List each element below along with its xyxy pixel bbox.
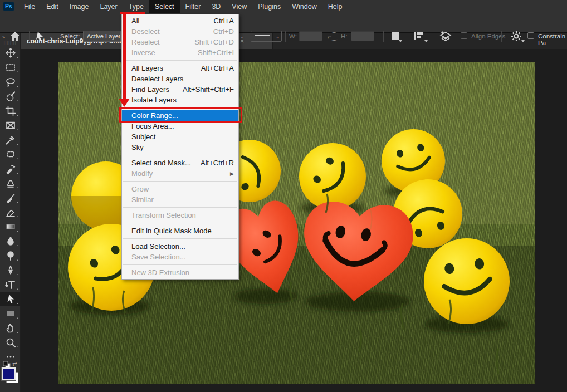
menu-item-grow: Grow [122,184,238,194]
menu-plugins[interactable]: Plugins [252,0,286,13]
menu-view[interactable]: View [226,0,252,13]
height-input[interactable] [351,31,374,41]
menu-layer[interactable]: Layer [94,0,123,13]
select-menu-dropdown: AllCtrl+ADeselectCtrl+DReselectShift+Ctr… [121,14,239,280]
annotation-arrow-head [119,99,130,107]
menu-item-deselect-layers[interactable]: Deselect Layers [122,74,238,84]
menu-item-select-and-mask[interactable]: Select and Mask...Alt+Ctrl+R [122,158,238,168]
menu-edit[interactable]: Edit [41,0,64,13]
annotation-arrow-line [123,14,126,99]
menu-separator [123,223,237,223]
menu-item-save-selection: Save Selection... [122,252,238,262]
menu-item-edit-in-quick-mask-mode[interactable]: Edit in Quick Mask Mode [122,226,238,236]
photoshop-logo: Ps [3,2,14,11]
eyedropper-tool-icon[interactable] [0,133,21,147]
menu-file[interactable]: File [18,0,41,13]
menu-item-reselect: ReselectShift+Ctrl+D [122,37,238,47]
chevron-down-icon[interactable]: ⌄ [49,34,53,39]
menu-bar: Ps FileEditImageLayerTypeSelectFilter3DV… [0,0,567,13]
menu-item-modify: Modify▶ [122,168,238,179]
foreground-color-swatch[interactable] [2,367,16,380]
menu-filter[interactable]: Filter [180,0,207,13]
annotation-underline [120,12,145,14]
menu-separator [123,155,237,155]
menu-help[interactable]: Help [322,0,348,13]
menu-item-all[interactable]: AllCtrl+A [122,16,238,26]
width-label: W: [289,33,297,40]
mixer-brush-tool-icon[interactable] [0,161,21,176]
move-tool-icon[interactable] [35,31,46,44]
link-dimensions-icon[interactable]: ⌐⁐ [328,33,337,41]
menu-window[interactable]: Window [286,0,322,13]
pen-tool-icon[interactable] [0,263,21,277]
menu-item-deselect: DeselectCtrl+D [122,26,238,37]
menu-item-new-3d-extrusion: New 3D Extrusion [122,267,238,278]
fill-swatch-icon[interactable] [392,32,399,40]
select-mode-label: Select: [60,33,80,40]
marquee-tool-icon[interactable] [0,60,21,75]
menu-separator [123,181,237,182]
height-label: H: [341,33,348,40]
menu-item-sky[interactable]: Sky [122,142,238,153]
menu-separator [123,60,237,61]
lasso-tool-icon[interactable] [0,75,21,89]
zoom-tool-icon[interactable] [0,335,21,350]
menu-separator [123,264,237,265]
menu-item-load-selection[interactable]: Load Selection... [122,241,238,252]
clone-stamp-tool-icon[interactable] [0,176,21,190]
path-select-tool-icon[interactable] [0,292,21,306]
constrain-proportions-checkbox[interactable] [527,32,534,39]
align-left-icon[interactable] [414,32,424,42]
tool-bar: » |||||||| ⇄ [0,33,21,392]
rectangle-tool-icon[interactable] [0,306,21,321]
menu-select[interactable]: Select [149,0,180,13]
healing-tool-icon[interactable] [0,147,21,161]
menu-item-all-layers[interactable]: All LayersAlt+Ctrl+A [122,63,238,74]
constrain-proportions-label: Constrain Pa [538,33,567,46]
submenu-arrow-icon: ▶ [230,168,234,179]
stroke-style-dropdown[interactable]: ⌄ [251,31,282,42]
type-tool-icon[interactable] [0,277,21,292]
align-edges-checkbox[interactable] [461,32,467,39]
move-tool-icon[interactable] [0,46,21,60]
menu-separator [123,238,237,239]
menu-type[interactable]: Type [123,0,149,13]
width-input[interactable] [299,31,322,41]
menu-item-isolate-layers[interactable]: Isolate Layers [122,95,238,105]
home-icon[interactable] [9,30,21,45]
swap-colors-icon[interactable]: ⇄ [12,361,17,367]
blur-tool-icon[interactable] [0,234,21,248]
menu-item-similar: Similar [122,194,238,205]
menu-3d[interactable]: 3D [206,0,226,13]
menu-item-transform-selection: Transform Selection [122,210,238,220]
quick-select-tool-icon[interactable] [0,89,21,104]
crop-tool-icon[interactable] [0,104,21,118]
chevron-down-icon[interactable]: ⌄ [240,34,244,39]
options-bar: ⌄ Select: Active Layers ⌄ ⌄ W: ⌐⁐ H: Ali… [0,13,567,33]
frame-tool-icon[interactable] [0,118,21,133]
menu-separator [123,207,237,208]
menu-item-find-layers[interactable]: Find LayersAlt+Shift+Ctrl+F [122,84,238,95]
dodge-tool-icon[interactable] [0,248,21,263]
hand-tool-icon[interactable] [0,321,21,335]
eraser-tool-icon[interactable] [0,205,21,219]
annotation-highlight-box [119,107,242,122]
select-mode-dropdown[interactable]: Active Layers [83,31,121,42]
menu-item-subject[interactable]: Subject [122,131,238,142]
add-layers-icon[interactable] [439,31,452,44]
align-edges-label: Align Edges [471,33,505,40]
gear-icon[interactable] [511,31,522,44]
menu-image[interactable]: Image [64,0,95,13]
history-brush-tool-icon[interactable] [0,190,21,205]
gradient-tool-icon[interactable] [0,219,21,234]
menu-item-inverse: InverseShift+Ctrl+I [122,47,238,58]
